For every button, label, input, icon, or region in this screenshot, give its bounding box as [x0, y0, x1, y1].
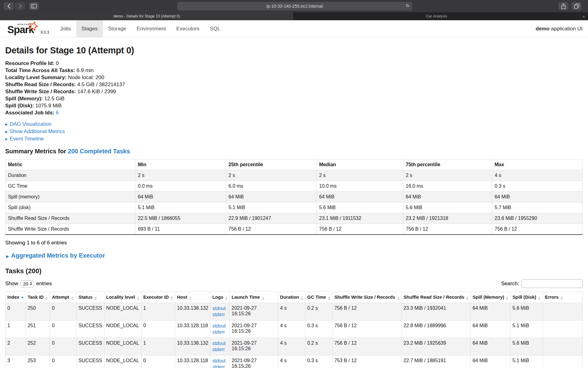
cell-errors — [543, 355, 582, 368]
nav-item-sql[interactable]: SQL — [205, 20, 225, 37]
sort-shuffle-write[interactable]: Shuffle Write Size / Records — [332, 292, 401, 303]
sort-icon — [328, 297, 330, 300]
col-median: Median — [317, 159, 403, 170]
sort-index[interactable]: Index — [6, 292, 26, 303]
sort-duration[interactable]: Duration — [278, 292, 305, 303]
prop-locality-summary: Locality Level Summary: Node local: 200 — [5, 74, 583, 81]
nav-item-storage[interactable]: Storage — [103, 20, 132, 37]
toggle-dag-visualization[interactable]: ▶DAG Visualization — [5, 121, 583, 128]
cell-host: 10.33.128.118 — [175, 355, 210, 368]
sort-errors[interactable]: Errors — [543, 292, 582, 303]
sort-spill-disk[interactable]: Spill (Disk) — [511, 292, 543, 303]
share-button[interactable] — [558, 2, 568, 10]
sort-attempt[interactable]: Attempt — [50, 292, 77, 303]
sort-shuffle-read[interactable]: Shuffle Read Size / Records — [401, 292, 470, 303]
tasks-header-row: Index Task ID Attempt Status Locality le… — [6, 292, 583, 303]
stdout-link[interactable]: stdout — [212, 340, 228, 347]
entries-label: entries — [36, 281, 52, 287]
summary-metrics-table: Metric Min 25th percentile Median 75th p… — [5, 159, 583, 235]
toggle-aggregated-metrics[interactable]: ▶Aggregated Metrics by Executor — [6, 252, 588, 259]
sort-icon — [538, 297, 541, 300]
sidebar-toggle-button[interactable] — [29, 2, 39, 10]
stdout-link[interactable]: stdout — [212, 358, 228, 364]
nav-item-stages[interactable]: Stages — [76, 20, 103, 37]
page-size-select[interactable]: 20 — [21, 280, 34, 287]
sort-icon — [397, 297, 400, 300]
stderr-link[interactable]: stderr — [212, 329, 228, 335]
prop-spill-disk: Spill (Disk): 1075.9 MiB — [5, 102, 583, 109]
sort-executor-id[interactable]: Executor ID — [141, 292, 175, 303]
cell-attempt: 0 — [50, 338, 77, 355]
new-tab-button[interactable]: + — [579, 12, 588, 20]
stage-properties: Resource Profile Id: 0 Total Time Across… — [5, 60, 583, 116]
cell-shuffle-write: 753 B / 12 — [332, 355, 401, 368]
stderr-link[interactable]: stderr — [212, 364, 228, 368]
cell-spill-memory: 64 MiB — [470, 303, 510, 320]
stdout-link[interactable]: stdout — [212, 323, 228, 329]
url-text: ip-10-33-140-255.ec2.internal — [266, 4, 323, 9]
toggle-event-timeline[interactable]: ▶Event Timeline — [5, 135, 583, 143]
sort-host[interactable]: Host — [175, 292, 210, 303]
prop-shuffle-write: Shuffle Write Size / Records: 147.6 KiB … — [5, 88, 583, 95]
reload-icon[interactable]: ↻ — [405, 3, 409, 9]
cell-spill-memory: 64 MiB — [470, 338, 510, 355]
stderr-link[interactable]: stderr — [212, 312, 228, 318]
search-input[interactable] — [522, 279, 583, 288]
sort-gc-time[interactable]: GC Time — [305, 292, 332, 303]
cell-logs: stdoutstderr — [210, 338, 230, 355]
cell-executor-id: 0 — [141, 320, 175, 338]
tasks-controls: Show 20 entries Search: — [5, 279, 583, 288]
nav-item-environment[interactable]: Environment — [131, 20, 171, 37]
cell-index: 2 — [6, 338, 26, 355]
cell-host: 10.33.138.132 — [175, 303, 210, 320]
cell-locality: NODE_LOCAL — [104, 338, 141, 355]
spark-logo[interactable]: APACHE Spark — [4, 20, 40, 37]
toggle-additional-metrics[interactable]: ▶Show Additional Metrics — [5, 128, 583, 135]
page-length-control: Show 20 entries — [5, 280, 52, 287]
stderr-link[interactable]: stderr — [212, 347, 228, 353]
prop-associated-jobs: Associated Job Ids: 6 — [5, 109, 583, 116]
cell-status: SUCCESS — [77, 338, 104, 355]
associated-job-link[interactable]: 6 — [56, 110, 58, 116]
cell-locality: NODE_LOCAL — [104, 355, 141, 368]
sort-spill-memory[interactable]: Spill (Memory) — [470, 292, 510, 303]
cell-shuffle-read: 22.8 MiB / 1889996 — [401, 320, 470, 338]
cell-duration: 4 s — [278, 320, 305, 338]
completed-tasks-link[interactable]: 200 Completed Tasks — [68, 148, 130, 155]
cell-shuffle-read: 23.3 MiB / 1932041 — [401, 303, 470, 320]
nav-item-jobs[interactable]: Jobs — [55, 20, 76, 37]
sort-asc-icon — [21, 297, 24, 300]
sort-status[interactable]: Status — [77, 292, 104, 303]
summary-row-spill-memory: Spill (memory)64 MiB64 MiB64 MiB64 MiB64… — [6, 192, 583, 202]
tab-spark-stage[interactable]: demo - Details for Stage 10 (Attempt 0) — [0, 12, 294, 20]
sort-icon — [506, 297, 508, 300]
sort-launch-time[interactable]: Launch Time — [230, 292, 278, 303]
caret-right-icon: ▶ — [5, 130, 8, 133]
tab-car-analysis[interactable]: Car Analysis — [294, 12, 579, 20]
nav-item-executors[interactable]: Executors — [171, 20, 205, 37]
summary-row-shuffle-read: Shuffle Read Size / Records22.5 MiB / 18… — [6, 213, 583, 224]
cell-task-id: 253 — [26, 355, 50, 368]
tab-title: Car Analysis — [426, 14, 447, 18]
cell-duration: 4 s — [278, 355, 305, 368]
spark-star-icon — [28, 21, 39, 31]
sort-logs[interactable]: Logs — [210, 292, 230, 303]
cell-shuffle-write: 756 B / 12 — [332, 320, 401, 338]
back-button[interactable] — [4, 2, 14, 10]
stdout-link[interactable]: stdout — [212, 305, 228, 312]
cell-executor-id: 1 — [141, 303, 175, 320]
task-row: 22520SUCCESSNODE_LOCAL110.33.138.132 std… — [6, 338, 583, 355]
url-bar[interactable]: ip-10-33-140-255.ec2.internal ↻ — [177, 2, 412, 10]
col-75th: 75th percentile — [403, 159, 492, 170]
sort-task-id[interactable]: Task ID — [26, 292, 50, 303]
caret-right-icon: ▶ — [5, 137, 8, 141]
summary-entries-info: Showing 1 to 6 of 6 entries — [5, 240, 583, 246]
cell-spill-disk: 5.1 MiB — [511, 320, 543, 338]
search-control: Search: — [501, 279, 583, 288]
forward-button[interactable] — [15, 2, 25, 10]
sort-icon — [225, 297, 228, 300]
prop-total-time: Total Time Across All Tasks: 6.9 min — [5, 67, 583, 74]
cell-status: SUCCESS — [77, 320, 104, 338]
sort-locality-level[interactable]: Locality level — [104, 292, 141, 303]
tab-overview-button[interactable] — [571, 2, 582, 10]
